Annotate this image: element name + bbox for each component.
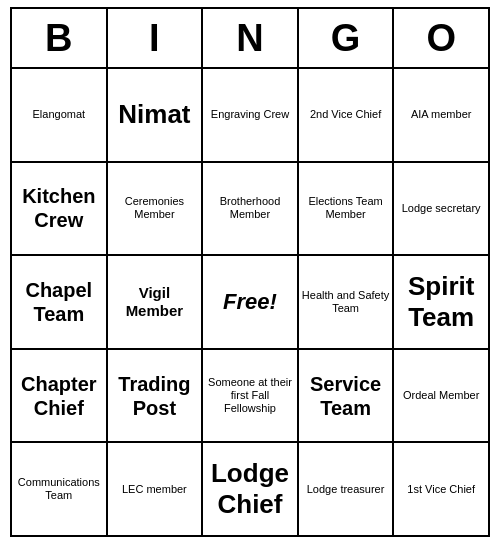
bingo-cell-0-1: Nimat <box>108 69 204 161</box>
bingo-cell-3-1: Trading Post <box>108 350 204 442</box>
header-letter-g: G <box>299 9 395 67</box>
header-letter-o: O <box>394 9 488 67</box>
bingo-cell-1-4: Lodge secretary <box>394 163 488 255</box>
bingo-cell-2-0: Chapel Team <box>12 256 108 348</box>
bingo-cell-3-4: Ordeal Member <box>394 350 488 442</box>
bingo-cell-4-2: Lodge Chief <box>203 443 299 535</box>
bingo-cell-2-4: Spirit Team <box>394 256 488 348</box>
bingo-card: BINGO ElangomatNimatEngraving Crew2nd Vi… <box>10 7 490 537</box>
bingo-grid: ElangomatNimatEngraving Crew2nd Vice Chi… <box>12 69 488 535</box>
bingo-cell-2-1: Vigil Member <box>108 256 204 348</box>
bingo-cell-0-4: AIA member <box>394 69 488 161</box>
bingo-cell-0-0: Elangomat <box>12 69 108 161</box>
header-letter-n: N <box>203 9 299 67</box>
bingo-cell-3-3: Service Team <box>299 350 395 442</box>
bingo-cell-4-4: 1st Vice Chief <box>394 443 488 535</box>
header-letter-b: B <box>12 9 108 67</box>
bingo-cell-3-0: Chapter Chief <box>12 350 108 442</box>
bingo-row-4: Communications TeamLEC memberLodge Chief… <box>12 443 488 535</box>
bingo-cell-0-3: 2nd Vice Chief <box>299 69 395 161</box>
bingo-cell-1-1: Ceremonies Member <box>108 163 204 255</box>
bingo-cell-1-3: Elections Team Member <box>299 163 395 255</box>
bingo-cell-3-2: Someone at their first Fall Fellowship <box>203 350 299 442</box>
bingo-row-1: Kitchen CrewCeremonies MemberBrotherhood… <box>12 163 488 257</box>
header-letter-i: I <box>108 9 204 67</box>
bingo-cell-2-3: Health and Safety Team <box>299 256 395 348</box>
bingo-cell-1-0: Kitchen Crew <box>12 163 108 255</box>
bingo-header: BINGO <box>12 9 488 69</box>
bingo-row-0: ElangomatNimatEngraving Crew2nd Vice Chi… <box>12 69 488 163</box>
bingo-row-3: Chapter ChiefTrading PostSomeone at thei… <box>12 350 488 444</box>
bingo-cell-2-2: Free! <box>203 256 299 348</box>
bingo-row-2: Chapel TeamVigil MemberFree!Health and S… <box>12 256 488 350</box>
bingo-cell-0-2: Engraving Crew <box>203 69 299 161</box>
bingo-cell-4-0: Communications Team <box>12 443 108 535</box>
bingo-cell-1-2: Brotherhood Member <box>203 163 299 255</box>
bingo-cell-4-1: LEC member <box>108 443 204 535</box>
bingo-cell-4-3: Lodge treasurer <box>299 443 395 535</box>
